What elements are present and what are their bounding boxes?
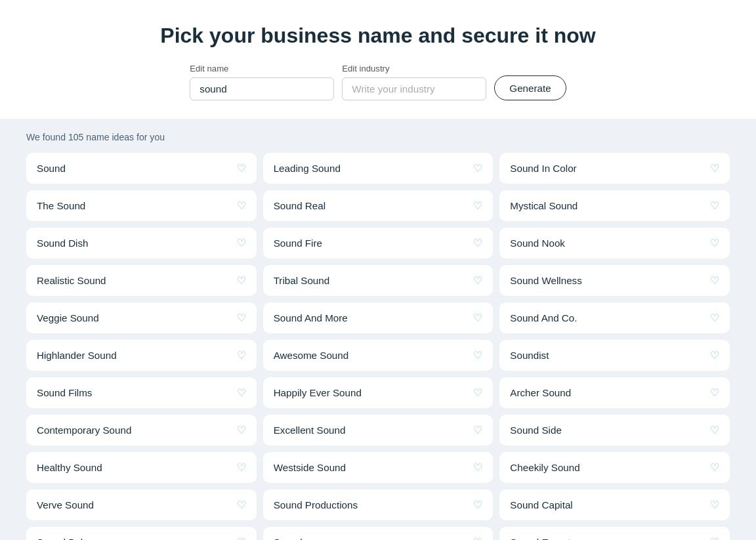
heart-icon[interactable]: ♡ xyxy=(710,312,719,324)
name-text: The Sound xyxy=(37,200,85,211)
name-card[interactable]: Sound Real♡ xyxy=(263,190,494,221)
name-card[interactable]: Tribal Sound♡ xyxy=(263,265,494,296)
name-text: Sound Capital xyxy=(510,499,572,510)
heart-icon[interactable]: ♡ xyxy=(710,349,719,362)
name-card[interactable]: Sound And More♡ xyxy=(263,302,494,333)
heart-icon[interactable]: ♡ xyxy=(473,461,482,474)
name-card[interactable]: Sound Side♡ xyxy=(499,415,730,446)
heart-icon[interactable]: ♡ xyxy=(237,162,246,175)
heart-icon[interactable]: ♡ xyxy=(473,237,482,249)
heart-icon[interactable]: ♡ xyxy=(710,536,719,540)
heart-icon[interactable]: ♡ xyxy=(473,386,482,399)
name-card[interactable]: The Sound♡ xyxy=(26,190,257,221)
name-card[interactable]: Sound Dish♡ xyxy=(26,228,257,259)
heart-icon[interactable]: ♡ xyxy=(710,274,719,287)
heart-icon[interactable]: ♡ xyxy=(473,499,482,511)
edit-name-input[interactable] xyxy=(190,77,334,100)
name-text: Sound In Color xyxy=(510,163,576,174)
header-section: Pick your business name and secure it no… xyxy=(0,0,756,119)
results-section: We found 105 name ideas for you Sound♡Le… xyxy=(0,119,756,540)
name-card[interactable]: Sound Productions♡ xyxy=(263,489,494,520)
name-card[interactable]: Excellent Sound♡ xyxy=(263,415,494,446)
name-card[interactable]: Realistic Sound♡ xyxy=(26,265,257,296)
heart-icon[interactable]: ♡ xyxy=(473,274,482,287)
name-text: Sound And Co. xyxy=(510,312,577,323)
name-text: Sound Dish xyxy=(37,238,89,249)
name-text: Leading Sound xyxy=(274,163,341,174)
name-card[interactable]: Sound Fire♡ xyxy=(263,228,494,259)
heart-icon[interactable]: ♡ xyxy=(473,162,482,175)
name-card[interactable]: Happily Ever Sound♡ xyxy=(263,377,494,408)
heart-icon[interactable]: ♡ xyxy=(237,237,246,249)
name-card[interactable]: Healthy Sound♡ xyxy=(26,452,257,483)
heart-icon[interactable]: ♡ xyxy=(237,349,246,362)
name-card[interactable]: Mystical Sound♡ xyxy=(499,190,730,221)
heart-icon[interactable]: ♡ xyxy=(710,199,719,212)
name-card[interactable]: Soundist♡ xyxy=(499,340,730,371)
name-text: Tribal Sound xyxy=(274,275,330,286)
heart-icon[interactable]: ♡ xyxy=(237,312,246,324)
name-card[interactable]: Cheekily Sound♡ xyxy=(499,452,730,483)
heart-icon[interactable]: ♡ xyxy=(473,312,482,324)
name-text: Happily Ever Sound xyxy=(274,387,362,398)
heart-icon[interactable]: ♡ xyxy=(473,199,482,212)
name-card[interactable]: Sound Wellness♡ xyxy=(499,265,730,296)
name-text: Soundy xyxy=(274,537,308,540)
name-text: Sound Productions xyxy=(274,499,358,510)
name-text: Contemporary Sound xyxy=(37,425,131,436)
name-card[interactable]: Contemporary Sound♡ xyxy=(26,415,257,446)
name-text: Sound Side xyxy=(510,425,562,436)
heart-icon[interactable]: ♡ xyxy=(710,424,719,436)
name-text: Westside Sound xyxy=(274,462,346,473)
name-text: Excellent Sound xyxy=(274,425,346,436)
name-card[interactable]: Soundy♡ xyxy=(263,527,494,540)
edit-industry-input[interactable] xyxy=(342,77,486,100)
name-card[interactable]: Sound Bakery♡ xyxy=(26,527,257,540)
name-text: Sound Experts xyxy=(510,537,576,540)
edit-industry-group: Edit industry xyxy=(342,64,486,100)
name-text: Sound Films xyxy=(37,387,92,398)
name-card[interactable]: Sound And Co.♡ xyxy=(499,302,730,333)
name-text: Sound Bakery xyxy=(37,537,99,540)
name-text: Verve Sound xyxy=(37,499,94,510)
heart-icon[interactable]: ♡ xyxy=(237,536,246,540)
name-text: Soundist xyxy=(510,350,549,361)
name-card[interactable]: Sound In Color♡ xyxy=(499,153,730,184)
controls-row: Edit name Edit industry Generate xyxy=(13,64,743,100)
heart-icon[interactable]: ♡ xyxy=(473,349,482,362)
heart-icon[interactable]: ♡ xyxy=(237,274,246,287)
name-card[interactable]: Archer Sound♡ xyxy=(499,377,730,408)
heart-icon[interactable]: ♡ xyxy=(237,386,246,399)
generate-button[interactable]: Generate xyxy=(494,75,566,100)
name-card[interactable]: Sound Nook♡ xyxy=(499,228,730,259)
name-text: Sound xyxy=(37,163,66,174)
name-card[interactable]: Sound Films♡ xyxy=(26,377,257,408)
heart-icon[interactable]: ♡ xyxy=(710,237,719,249)
name-card[interactable]: Verve Sound♡ xyxy=(26,489,257,520)
heart-icon[interactable]: ♡ xyxy=(710,386,719,399)
name-text: Realistic Sound xyxy=(37,275,106,286)
heart-icon[interactable]: ♡ xyxy=(237,199,246,212)
heart-icon[interactable]: ♡ xyxy=(237,424,246,436)
name-text: Mystical Sound xyxy=(510,200,578,211)
name-text: Sound And More xyxy=(274,312,348,323)
heart-icon[interactable]: ♡ xyxy=(710,162,719,175)
heart-icon[interactable]: ♡ xyxy=(473,536,482,540)
name-card[interactable]: Westside Sound♡ xyxy=(263,452,494,483)
name-card[interactable]: Sound♡ xyxy=(26,153,257,184)
heart-icon[interactable]: ♡ xyxy=(710,499,719,511)
name-card[interactable]: Veggie Sound♡ xyxy=(26,302,257,333)
heart-icon[interactable]: ♡ xyxy=(237,499,246,511)
name-card[interactable]: Awesome Sound♡ xyxy=(263,340,494,371)
heart-icon[interactable]: ♡ xyxy=(710,461,719,474)
heart-icon[interactable]: ♡ xyxy=(237,461,246,474)
name-card[interactable]: Leading Sound♡ xyxy=(263,153,494,184)
name-text: Veggie Sound xyxy=(37,312,99,323)
name-card[interactable]: Highlander Sound♡ xyxy=(26,340,257,371)
edit-industry-label: Edit industry xyxy=(342,64,389,73)
heart-icon[interactable]: ♡ xyxy=(473,424,482,436)
name-text: Sound Fire xyxy=(274,238,322,249)
name-card[interactable]: Sound Experts♡ xyxy=(499,527,730,540)
name-text: Sound Real xyxy=(274,200,326,211)
name-card[interactable]: Sound Capital♡ xyxy=(499,489,730,520)
